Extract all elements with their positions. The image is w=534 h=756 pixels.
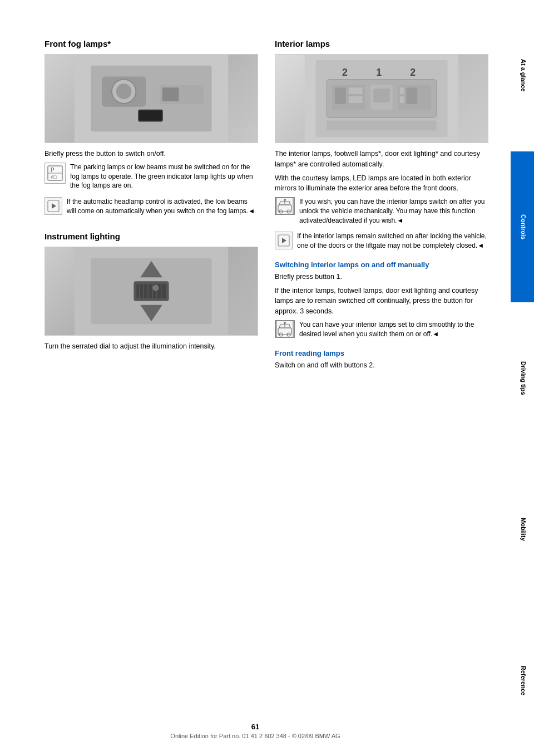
left-column: Front fog lamps* [44, 39, 258, 374]
interior-illustration: 2 1 2 [275, 55, 488, 143]
fog-lamp-image [44, 54, 258, 143]
instrument-svg [45, 247, 258, 335]
reading-lamps-title: Front reading lamps [275, 349, 488, 357]
instrument-lighting-title: Instrument lighting [44, 232, 258, 241]
two-column-layout: Front fog lamps* [44, 39, 488, 374]
svg-text:2: 2 [410, 67, 416, 78]
reading-lamps-body: Switch on and off with buttons 2. [275, 360, 488, 371]
instrument-illustration [45, 247, 258, 335]
svg-marker-53 [282, 238, 286, 243]
instrument-image [44, 247, 258, 336]
sidebar-tab-at-a-glance[interactable]: At a glance [511, 0, 534, 151]
fog-lamps-section: Front fog lamps* [44, 39, 258, 219]
parking-svg: P ≠□ [47, 165, 63, 181]
reading-lamps-section: Front reading lamps Switch on and off wi… [275, 349, 488, 371]
switching-note3-text: You can have your interior lamps set to … [299, 320, 488, 339]
sidebar: At a glance Controls Driving tips Mobili… [511, 0, 534, 756]
fog-body1: Briefly press the button to switch on/of… [44, 149, 258, 159]
svg-point-4 [116, 84, 132, 99]
sidebar-tab-driving-tips[interactable]: Driving tips [511, 302, 534, 454]
svg-rect-8 [139, 111, 161, 121]
auto-note-text: If the automatic headlamp control is act… [67, 197, 258, 216]
svg-rect-37 [349, 96, 363, 103]
svg-rect-6 [162, 87, 179, 101]
sidebar-tab-controls[interactable]: Controls [511, 151, 534, 303]
sidebar-label-mobility: Mobility [520, 518, 527, 541]
switching-note3-box: You can have your interior lamps set to … [275, 320, 488, 342]
interior-note1-box: If you wish, you can have the interior l… [275, 197, 488, 228]
svg-text:2: 2 [342, 67, 348, 78]
svg-rect-36 [349, 87, 363, 94]
car-svg-2 [276, 320, 294, 338]
svg-point-50 [284, 199, 286, 201]
switching-body1: Briefly press button 1. [275, 272, 488, 282]
interior-lamps-section: Interior lamps 2 1 2 [275, 39, 488, 370]
svg-point-59 [284, 322, 286, 324]
interior-note1-text: If you wish, you can have the interior l… [299, 197, 488, 225]
play-svg-2 [278, 234, 290, 247]
sidebar-label-driving-tips: Driving tips [520, 361, 527, 395]
switching-body2: If the interior lamps, footwell lamps, d… [275, 286, 488, 317]
footer-text: Online Edition for Part no. 01 41 2 602 … [0, 733, 511, 739]
parking-note-text: The parking lamps or low beams must be s… [70, 163, 258, 190]
interior-body2: With the courtesy lamps, LED lamps are l… [275, 173, 488, 194]
sidebar-label-reference: Reference [520, 666, 527, 695]
interior-body1: The interior lamps, footwell lamps*, doo… [275, 149, 488, 170]
svg-text:≠□: ≠□ [51, 174, 57, 180]
interior-lamps-title: Interior lamps [275, 39, 488, 48]
play-icon [44, 197, 62, 215]
parking-note-box: P ≠□ The parking lamps or low beams must… [44, 163, 258, 194]
car-icon-1 [275, 197, 295, 215]
svg-marker-14 [52, 203, 56, 209]
svg-rect-42 [400, 87, 404, 94]
svg-text:1: 1 [376, 67, 382, 78]
svg-rect-55 [278, 328, 291, 335]
interior-svg: 2 1 2 [275, 55, 488, 143]
svg-rect-20 [136, 284, 166, 298]
instrument-body1: Turn the serrated dial to adjust the ill… [44, 341, 258, 352]
right-column: Interior lamps 2 1 2 [275, 39, 488, 374]
svg-text:P: P [51, 167, 55, 173]
play-icon-2 [275, 232, 293, 249]
sidebar-tab-mobility[interactable]: Mobility [511, 454, 534, 605]
switching-section: Switching interior lamps on and off manu… [275, 261, 488, 342]
svg-rect-39 [373, 89, 390, 102]
car-icon-2 [275, 320, 295, 338]
fog-lamps-title: Front fog lamps* [44, 39, 258, 48]
sidebar-tab-reference[interactable]: Reference [511, 605, 534, 756]
interior-note2-box: If the interior lamps remain switched on… [275, 232, 488, 254]
main-content: Front fog lamps* [0, 0, 511, 756]
svg-point-27 [153, 285, 159, 291]
svg-rect-41 [406, 87, 417, 104]
interior-image: 2 1 2 [275, 54, 488, 143]
svg-rect-44 [327, 121, 437, 131]
page-number: 61 [0, 723, 511, 731]
page-container: Front fog lamps* [0, 0, 534, 756]
fog-lamp-svg [45, 55, 258, 143]
svg-rect-35 [335, 87, 346, 104]
svg-rect-46 [278, 205, 291, 212]
parking-icon: P ≠□ [44, 163, 66, 184]
switching-title: Switching interior lamps on and off manu… [275, 261, 488, 269]
interior-note2-text: If the interior lamps remain switched on… [297, 232, 488, 251]
car-svg-1 [276, 197, 294, 215]
auto-note-box: If the automatic headlamp control is act… [44, 197, 258, 219]
sidebar-label-at-a-glance: At a glance [520, 59, 527, 92]
svg-rect-43 [400, 96, 404, 103]
instrument-lighting-section: Instrument lighting [44, 232, 258, 352]
play-svg [47, 200, 60, 212]
sidebar-label-controls: Controls [520, 214, 527, 239]
page-footer: 61 Online Edition for Part no. 01 41 2 6… [0, 723, 511, 739]
fog-lamp-illustration [45, 55, 258, 143]
